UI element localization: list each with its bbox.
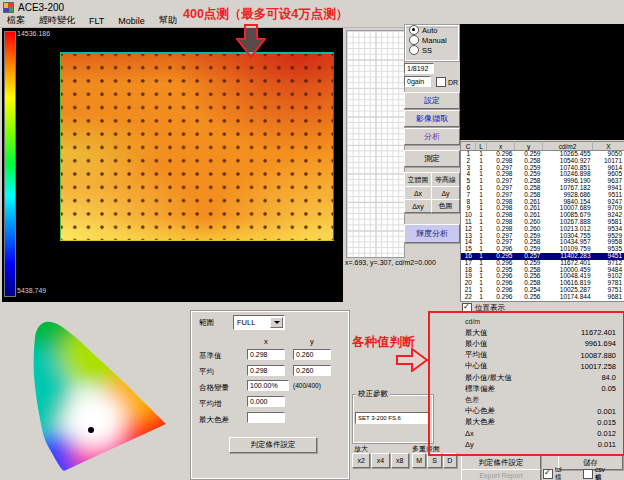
table-cell: 3 — [461, 165, 476, 172]
table-cell: 8 — [461, 199, 476, 206]
table-cell: 9581 — [593, 219, 624, 226]
stat-row: Δy0.011 — [460, 439, 621, 450]
stat-label: 最大值 — [465, 328, 488, 338]
multi-button-D[interactable]: D — [443, 453, 457, 468]
cursor-readout: x=.693, y=.307, cd/m2=0.000 — [345, 259, 436, 266]
stat-label: 最大色差 — [465, 417, 495, 427]
table-row[interactable]: 310.2970.25910740.8519614 — [461, 165, 624, 172]
table-cell: 0.259 — [515, 233, 543, 240]
table-cell: 7 — [461, 192, 476, 199]
table-cell: 10304.755 — [543, 233, 593, 240]
table-row[interactable]: 1810.2950.25810000.4599484 — [461, 267, 624, 274]
zoom-button-x2[interactable]: x2 — [352, 453, 370, 468]
contour-button[interactable]: 等高線 — [431, 172, 460, 187]
table-cell: 10246.898 — [543, 171, 593, 178]
position-display-box[interactable] — [462, 303, 472, 313]
dr-checkbox[interactable]: DR — [436, 77, 458, 87]
multi-button-S[interactable]: S — [427, 453, 441, 468]
table-cell: 1 — [476, 239, 487, 246]
menu-item-2[interactable]: FLT — [82, 16, 111, 26]
menu-item-4[interactable]: 幫助 — [152, 14, 184, 27]
mode-radio-label: Auto — [422, 26, 437, 35]
multi-button-M[interactable]: M — [412, 453, 426, 468]
table-row[interactable]: 710.2970.2589928.6869511 — [461, 192, 624, 199]
table-cell: 9781 — [593, 280, 624, 287]
table-row[interactable]: 1510.2960.25910109.7599535 — [461, 246, 624, 253]
analyze-button[interactable]: 分析 — [404, 128, 460, 145]
table-row[interactable]: 2210.2960.25610174.8449681 — [461, 294, 624, 301]
table-row[interactable]: 2010.2960.25810616.8199781 — [461, 280, 624, 287]
stereo-button[interactable]: 立體圖 — [404, 172, 432, 187]
table-cell: 15 — [461, 246, 476, 253]
table-row[interactable]: 1610.2950.25711402.2839451 — [461, 253, 624, 260]
table-cell: 0.254 — [515, 287, 543, 294]
gain-field[interactable]: 0gain — [404, 76, 431, 87]
max-colordiff-label: 最大色差 — [199, 415, 229, 425]
mode-radio-manual[interactable]: Manual — [405, 35, 459, 45]
table-row[interactable]: 2110.2960.25410025.2879751 — [461, 287, 624, 294]
table-cell: 0.259 — [515, 151, 543, 158]
zoom-button-x4[interactable]: x4 — [371, 453, 389, 468]
results-table[interactable]: CLxycd/m2X 110.2960.25910265.4559050210.… — [460, 141, 624, 302]
judge-condition-button[interactable]: 判定條件設定 — [461, 455, 541, 470]
table-row[interactable]: 510.2970.2589996.1909637 — [461, 178, 624, 185]
max-colordiff-value[interactable] — [247, 412, 285, 423]
table-row[interactable]: 1410.2970.25810434.9579958 — [461, 239, 624, 246]
menu-item-3[interactable]: Mobile — [111, 16, 152, 26]
zoom-button-x8[interactable]: x8 — [391, 453, 409, 468]
table-cell: 10085.679 — [543, 212, 593, 219]
measure-button[interactable]: 測定 — [404, 150, 460, 167]
table-cell: 10007.689 — [543, 205, 593, 212]
settings-button[interactable]: 設定 — [404, 92, 460, 109]
table-cell: 9535 — [593, 246, 624, 253]
table-row[interactable]: 1310.2970.25910304.7559529 — [461, 233, 624, 240]
table-row[interactable]: 110.2960.25910265.4559050 — [461, 151, 624, 158]
check-影像檔[interactable]: 影像檔 — [583, 474, 602, 480]
table-row[interactable]: 1710.2960.25911672.4019712 — [461, 260, 624, 267]
camera-preview — [460, 24, 624, 140]
delta-y-button[interactable]: Δy — [431, 186, 460, 200]
stat-row: 中心值10017.258 — [460, 361, 621, 372]
check-tcl檔[interactable]: tcl檔 — [543, 466, 562, 480]
table-row[interactable]: 210.2980.25810540.92710171 — [461, 158, 624, 165]
image-capture-button[interactable]: 影像擷取 — [404, 110, 460, 127]
dr-checkbox-box[interactable] — [436, 77, 446, 87]
range-select[interactable]: FULL — [233, 315, 285, 330]
table-cell: 0.258 — [515, 178, 543, 185]
range-label: 範圍 — [199, 318, 214, 328]
table-row[interactable]: 1010.2980.26110085.6799242 — [461, 212, 624, 219]
table-row[interactable]: 1110.2980.26010267.8889581 — [461, 219, 624, 226]
table-cell: 0.256 — [515, 294, 543, 301]
menu-item-1[interactable]: 經時變化 — [32, 14, 82, 27]
mode-radio-auto[interactable]: Auto — [405, 25, 459, 35]
luminance-heatmap[interactable] — [60, 52, 334, 241]
table-cell: 1 — [476, 246, 487, 253]
chevron-down-icon[interactable] — [270, 317, 283, 328]
position-display-checkbox[interactable]: 位置表示 — [462, 303, 505, 313]
table-cell: 22 — [461, 294, 476, 301]
table-row[interactable]: 910.2980.26110007.6899709 — [461, 205, 624, 212]
table-cell: 1 — [476, 171, 487, 178]
menu-item-0[interactable]: 檔案 — [0, 14, 32, 27]
table-row[interactable]: 410.2980.25910246.8989605 — [461, 171, 624, 178]
table-cell: 1 — [476, 212, 487, 219]
stat-value: 0.012 — [597, 429, 616, 438]
color-map-button[interactable]: 色圖 — [431, 199, 460, 213]
radio-icon — [409, 25, 419, 35]
delta-x-button[interactable]: Δx — [404, 186, 432, 200]
mode-radio-ss[interactable]: SS — [405, 45, 459, 55]
pass-condition-button[interactable]: 判定條件設定 — [229, 437, 317, 453]
table-row[interactable]: 810.2980.2619840.1549247 — [461, 199, 624, 206]
table-row[interactable]: 1210.2980.26010213.0129534 — [461, 226, 624, 233]
delta-xy-button[interactable]: Δxy — [404, 199, 432, 213]
luminance-colorbar — [4, 31, 16, 297]
table-row[interactable]: 1910.2960.25610048.4199102 — [461, 273, 624, 280]
checkbox-icon[interactable] — [543, 469, 553, 479]
avg-gain-value[interactable]: 0.000 — [247, 396, 285, 407]
table-cell: 20 — [461, 280, 476, 287]
table-cell: 18 — [461, 267, 476, 274]
table-row[interactable]: 610.2970.25810767.1829941 — [461, 185, 624, 192]
table-cell: 1 — [476, 151, 487, 158]
luminance-analysis-button[interactable]: 輝度分析 — [404, 224, 460, 243]
table-cell: 10213.012 — [543, 226, 593, 233]
